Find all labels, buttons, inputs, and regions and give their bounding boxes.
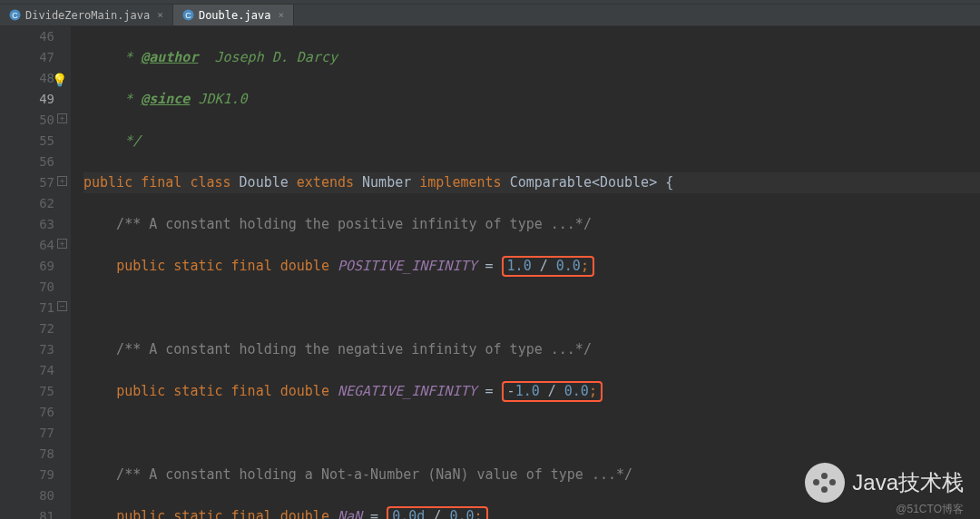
editor-area[interactable]: 46 47 48💡 49 50+ 55 56 57+ 62 63 64+ 69 …	[0, 26, 980, 519]
highlight-box: 1.0 / 0.0;	[502, 256, 594, 277]
code-line: * @author Joseph D. Darcy	[83, 47, 980, 68]
line-number: 70	[0, 277, 54, 298]
line-number: 71−	[0, 298, 54, 318]
code-line: public static final double POSITIVE_INFI…	[83, 256, 980, 277]
line-number: 77	[0, 423, 54, 444]
line-number: 57+	[0, 172, 54, 193]
code-line	[83, 423, 980, 444]
tab-dividezero[interactable]: C DivideZeroMain.java ×	[0, 5, 173, 25]
code-line: /** A constant holding the negative infi…	[83, 339, 980, 360]
line-number: 81	[0, 506, 54, 519]
line-number: 55	[0, 131, 54, 152]
editor-tabs: C DivideZeroMain.java × C Double.java ×	[0, 5, 980, 26]
highlight-box: 0.0d / 0.0;	[387, 506, 487, 519]
watermark-logo-icon	[805, 463, 845, 503]
line-number: 76	[0, 402, 54, 423]
line-number: 49	[0, 89, 54, 110]
tab-label: Double.java	[199, 9, 270, 22]
line-number: 74	[0, 360, 54, 381]
svg-text:C: C	[12, 11, 18, 20]
line-number: 79	[0, 465, 54, 485]
line-gutter: 46 47 48💡 49 50+ 55 56 57+ 62 63 64+ 69 …	[0, 26, 71, 519]
line-number: 72	[0, 318, 54, 339]
code-line: * @since JDK1.0	[83, 89, 980, 110]
line-number: 47	[0, 47, 54, 68]
line-number: 69	[0, 256, 54, 277]
svg-text:C: C	[185, 11, 191, 20]
close-icon[interactable]: ×	[278, 9, 284, 21]
highlight-box: -1.0 / 0.0;	[502, 381, 603, 402]
fold-icon[interactable]: +	[57, 176, 67, 186]
code-line: public static final double NaN = 0.0d / …	[83, 506, 980, 519]
line-number: 73	[0, 339, 54, 360]
line-number: 75	[0, 381, 54, 402]
line-number: 78	[0, 444, 54, 465]
code-line: */	[83, 131, 980, 152]
fold-icon[interactable]: −	[57, 301, 67, 311]
tab-label: DivideZeroMain.java	[25, 9, 150, 22]
line-number: 64+	[0, 235, 54, 256]
tab-double[interactable]: C Double.java ×	[173, 5, 294, 25]
line-number: 56	[0, 152, 54, 172]
intention-bulb-icon[interactable]: 💡	[52, 70, 67, 91]
code-line: public static final double NEGATIVE_INFI…	[83, 381, 980, 402]
code-line: /** A constant holding the positive infi…	[83, 214, 980, 235]
line-number: 62	[0, 193, 54, 214]
line-number: 63	[0, 214, 54, 235]
fold-icon[interactable]: +	[57, 113, 67, 123]
java-class-icon: C	[182, 9, 194, 21]
code-line: public final class Double extends Number…	[83, 172, 980, 193]
line-number: 50+	[0, 110, 54, 131]
line-number: 48💡	[0, 68, 54, 89]
line-number: 46	[0, 26, 54, 47]
watermark-sub: @51CTO博客	[896, 502, 964, 517]
code-line	[83, 298, 980, 318]
watermark-text: Java技术栈	[852, 468, 964, 497]
line-number: 80	[0, 485, 54, 506]
java-class-icon: C	[9, 9, 21, 21]
close-icon[interactable]: ×	[157, 9, 163, 21]
watermark: Java技术栈	[805, 463, 964, 503]
code-content[interactable]: * @author Joseph D. Darcy * @since JDK1.…	[71, 26, 980, 519]
fold-icon[interactable]: +	[57, 239, 67, 249]
